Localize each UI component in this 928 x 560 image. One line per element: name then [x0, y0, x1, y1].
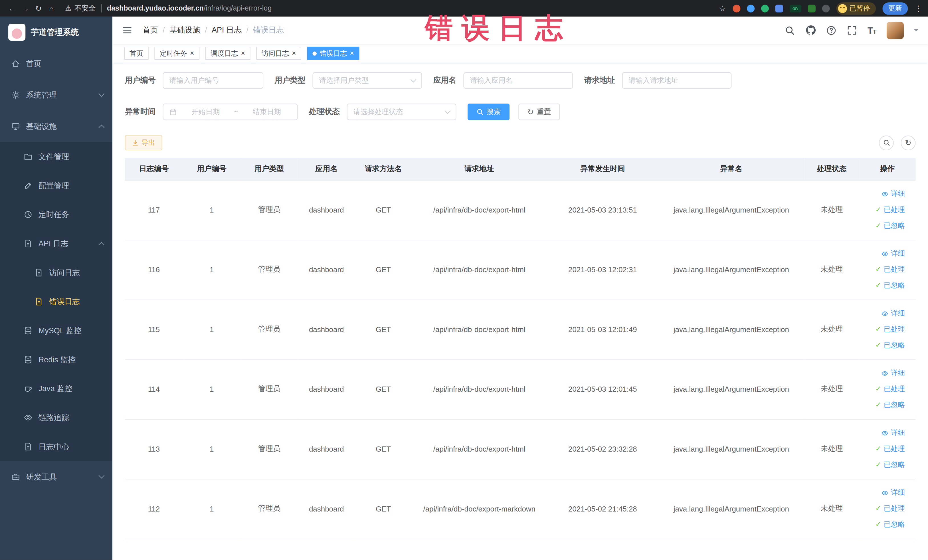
app-name-input[interactable] [470, 76, 566, 85]
mark-ignored-link[interactable]: ✓ 已忽略 [875, 398, 905, 412]
detail-link[interactable]: 详细 [881, 485, 905, 500]
detail-link[interactable]: 详细 [881, 426, 905, 441]
mark-ignored-link[interactable]: ✓ 已忽略 [875, 458, 905, 472]
sidebar-item-trace[interactable]: 链路追踪 [0, 403, 112, 432]
detail-link[interactable]: 详细 [881, 366, 905, 381]
sidebar-item-api-log[interactable]: API 日志 [0, 229, 112, 258]
sidebar-item-file-manage[interactable]: 文件管理 [0, 142, 112, 171]
col-header-user-type: 用户类型 [241, 158, 298, 180]
sidebar-item-access-log[interactable]: 访问日志 [0, 258, 112, 287]
github-icon[interactable] [805, 25, 816, 35]
tab-error-log[interactable]: 错误日志× [307, 47, 359, 60]
avatar-caret-icon[interactable] [914, 29, 919, 34]
tab-scheduled-jobs[interactable]: 定时任务× [154, 47, 199, 60]
search-button[interactable]: 搜索 [467, 104, 510, 120]
browser-home-icon[interactable]: ⌂ [45, 2, 58, 15]
user-id-input[interactable] [169, 76, 257, 85]
check-icon: ✓ [875, 442, 881, 456]
eye-icon [881, 370, 888, 377]
cell-request-url: /api/infra/db-doc/export-html [412, 359, 547, 419]
mark-processed-link[interactable]: ✓ 已处理 [875, 322, 905, 337]
request-url-input[interactable] [629, 76, 725, 85]
mark-ignored-link[interactable]: ✓ 已忽略 [875, 218, 905, 233]
close-icon[interactable]: × [241, 50, 245, 57]
breadcrumb-infra[interactable]: 基础设施 [169, 25, 200, 35]
sidebar-item-home[interactable]: 首页 [0, 48, 112, 79]
extension-icon-grid[interactable] [775, 5, 783, 12]
sidebar-item-scheduled-jobs[interactable]: 定时任务 [0, 200, 112, 229]
gear-icon [11, 90, 20, 99]
eye-icon [881, 190, 888, 197]
extension-icon-blue[interactable] [746, 5, 754, 12]
address-bar[interactable]: dashboard.yudao.iocoder.cn/infra/log/api… [107, 4, 272, 12]
toggle-search-button[interactable] [879, 135, 894, 150]
mark-processed-link[interactable]: ✓ 已处理 [875, 382, 905, 397]
extension-icon-tree[interactable] [807, 5, 815, 12]
sidebar-item-log-center[interactable]: 日志中心 [0, 432, 112, 461]
fullscreen-icon[interactable] [847, 25, 857, 35]
mark-processed-link[interactable]: ✓ 已处理 [875, 501, 905, 516]
tab-schedule-log[interactable]: 调度日志× [205, 47, 250, 60]
mark-ignored-link[interactable]: ✓ 已忽略 [875, 517, 905, 532]
detail-link[interactable]: 详细 [881, 306, 905, 321]
sidebar-item-redis-monitor[interactable]: Redis 监控 [0, 345, 112, 374]
cell-status: 未处理 [804, 299, 859, 359]
cell-method: GET [355, 240, 412, 299]
browser-update-button[interactable]: 更新 [882, 2, 908, 15]
search-icon[interactable] [785, 25, 795, 35]
sidebar-item-error-log[interactable]: 错误日志 [0, 287, 112, 316]
close-icon[interactable]: × [350, 50, 354, 57]
table-row: 117 1 管理员 dashboard GET /api/infra/db-do… [125, 180, 916, 240]
sidebar-item-infra[interactable]: 基础设施 [0, 111, 112, 142]
refresh-table-button[interactable]: ↻ [901, 135, 916, 150]
breadcrumb-home[interactable]: 首页 [143, 25, 158, 35]
sidebar: 芋道管理系统 首页 系统管理 基础设施 [0, 17, 112, 560]
extension-icon-orange[interactable] [732, 5, 740, 12]
extension-icon-on[interactable]: on [789, 5, 801, 12]
browser-forward-icon[interactable]: → [19, 2, 32, 15]
hamburger-icon[interactable] [122, 24, 133, 36]
user-type-select[interactable]: 请选择用户类型 [312, 72, 422, 89]
reset-button[interactable]: ↻ 重置 [518, 104, 560, 120]
calendar-icon [169, 108, 177, 116]
col-header-exception-time: 异常发生时间 [547, 158, 658, 180]
cell-exception-time: 2021-05-03 12:01:49 [547, 299, 658, 359]
sidebar-item-mysql-monitor[interactable]: MySQL 监控 [0, 316, 112, 345]
status-select[interactable]: 请选择处理状态 [347, 104, 456, 120]
browser-reload-icon[interactable]: ↻ [32, 2, 45, 15]
browser-menu-icon[interactable]: ⋮ [914, 4, 922, 12]
date-range-picker[interactable]: 开始日期 ~ 结束日期 [163, 104, 298, 120]
close-icon[interactable]: × [292, 50, 296, 57]
bookmark-star-icon[interactable]: ☆ [719, 4, 726, 12]
mark-processed-link[interactable]: ✓ 已处理 [875, 442, 905, 456]
check-icon: ✓ [875, 398, 881, 412]
check-icon: ✓ [875, 203, 881, 217]
sidebar-item-java-monitor[interactable]: Java 监控 [0, 374, 112, 403]
user-avatar[interactable] [887, 22, 904, 39]
mark-processed-link[interactable]: ✓ 已处理 [875, 262, 905, 277]
clock-icon [24, 210, 32, 219]
browser-back-icon[interactable]: ← [6, 2, 19, 15]
filter-app-name: 应用名 [433, 72, 573, 89]
extension-icon-puzzle[interactable] [822, 5, 830, 12]
logo[interactable]: 芋道管理系统 [0, 17, 112, 48]
security-chip[interactable]: ⚠ 不安全 [65, 3, 96, 13]
export-button[interactable]: 导出 [125, 135, 162, 150]
sidebar-item-system[interactable]: 系统管理 [0, 79, 112, 111]
sidebar-item-dev-tools[interactable]: 研发工具 [0, 461, 112, 492]
tab-home[interactable]: 首页 [124, 47, 149, 60]
breadcrumb-api-log[interactable]: API 日志 [212, 25, 242, 35]
detail-link[interactable]: 详细 [881, 246, 905, 261]
profile-paused-badge[interactable]: 已暂停 [836, 2, 876, 15]
help-icon[interactable] [826, 25, 837, 35]
mark-ignored-link[interactable]: ✓ 已忽略 [875, 338, 905, 353]
close-icon[interactable]: × [190, 50, 194, 57]
sidebar-item-config-manage[interactable]: 配置管理 [0, 171, 112, 200]
detail-link[interactable]: 详细 [881, 186, 905, 201]
font-size-icon[interactable]: TT [867, 25, 877, 35]
mark-processed-link[interactable]: ✓ 已处理 [875, 203, 905, 217]
tab-access-log[interactable]: 访问日志× [256, 47, 301, 60]
mark-ignored-link[interactable]: ✓ 已忽略 [875, 278, 905, 293]
extension-icon-green[interactable] [761, 5, 769, 12]
cell-method: GET [355, 419, 412, 479]
